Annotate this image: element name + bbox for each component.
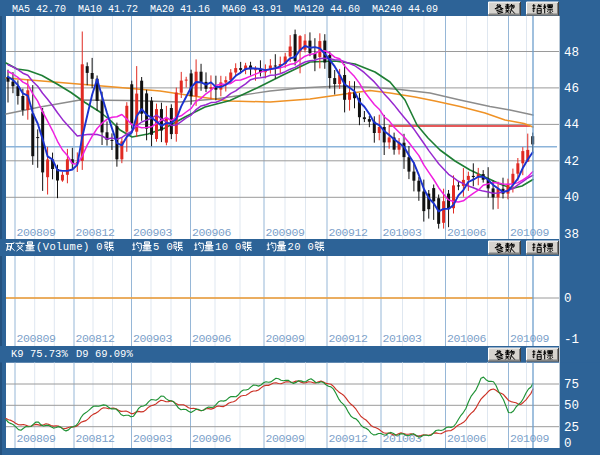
svg-text:75: 75 — [564, 378, 579, 392]
svg-text:200812: 200812 — [76, 332, 116, 345]
svg-text:MA120 44.60: MA120 44.60 — [294, 4, 360, 15]
svg-text:200809: 200809 — [17, 226, 57, 239]
svg-text:10 0: 10 0 — [215, 241, 242, 253]
svg-text:200909: 200909 — [266, 432, 306, 445]
svg-text:200912: 200912 — [329, 226, 369, 239]
svg-text:200906: 200906 — [192, 226, 232, 239]
svg-text:200909: 200909 — [266, 332, 306, 345]
svg-text:201009: 201009 — [510, 332, 550, 345]
svg-text:(Volume) 0: (Volume) 0 — [36, 241, 103, 253]
svg-text:0: 0 — [564, 292, 572, 306]
svg-text:200906: 200906 — [192, 332, 232, 345]
svg-text:200812: 200812 — [76, 432, 116, 445]
svg-text:25: 25 — [564, 421, 579, 435]
svg-text:201006: 201006 — [447, 226, 487, 239]
svg-text:200903: 200903 — [133, 332, 173, 345]
svg-text:200809: 200809 — [17, 432, 57, 445]
svg-text:200903: 200903 — [133, 432, 173, 445]
svg-text:200912: 200912 — [329, 332, 369, 345]
svg-text:20 0: 20 0 — [288, 241, 315, 253]
svg-text:201006: 201006 — [447, 432, 487, 445]
svg-text:201006: 201006 — [447, 332, 487, 345]
svg-text:-1: -1 — [564, 333, 579, 347]
svg-text:200909: 200909 — [266, 226, 306, 239]
svg-text:K9 75.73%: K9 75.73% — [11, 348, 68, 360]
svg-text:200906: 200906 — [192, 432, 232, 445]
svg-text:200812: 200812 — [76, 226, 116, 239]
svg-text:201003: 201003 — [383, 226, 423, 239]
svg-text:201009: 201009 — [510, 432, 550, 445]
svg-text:40: 40 — [564, 191, 579, 205]
svg-text:200903: 200903 — [133, 226, 173, 239]
svg-text:201003: 201003 — [383, 332, 423, 345]
svg-text:201009: 201009 — [510, 226, 550, 239]
svg-text:50: 50 — [564, 399, 579, 413]
svg-text:D9 69.09%: D9 69.09% — [76, 348, 133, 360]
svg-text:200809: 200809 — [17, 332, 57, 345]
svg-text:44: 44 — [564, 118, 579, 132]
svg-text:MA10 41.72: MA10 41.72 — [78, 4, 138, 15]
svg-text:48: 48 — [564, 46, 579, 60]
svg-text:0: 0 — [564, 437, 572, 451]
svg-text:MA240 44.09: MA240 44.09 — [372, 4, 438, 15]
svg-text:200912: 200912 — [329, 432, 369, 445]
svg-text:MA20 41.16: MA20 41.16 — [150, 4, 210, 15]
svg-text:MA60 43.91: MA60 43.91 — [222, 4, 282, 15]
svg-text:46: 46 — [564, 82, 579, 96]
svg-text:5 0: 5 0 — [153, 241, 173, 253]
svg-text:MA5 42.70: MA5 42.70 — [12, 4, 66, 15]
svg-text:42: 42 — [564, 155, 579, 169]
